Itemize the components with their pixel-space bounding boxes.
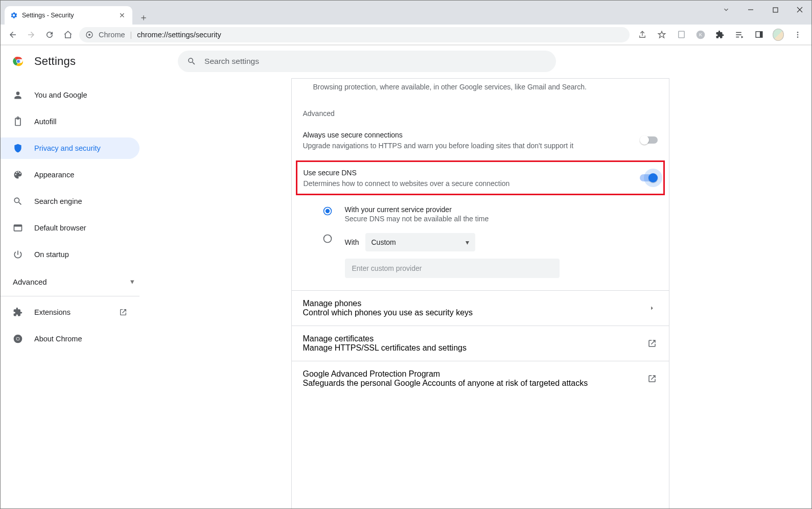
radio-subtitle: Secure DNS may not be available all the … — [345, 215, 489, 223]
forward-button[interactable] — [24, 28, 38, 42]
window-controls — [720, 1, 811, 19]
search-settings-input[interactable]: Search settings — [178, 51, 556, 72]
palette-icon — [13, 170, 23, 180]
sidebar-item-privacy-security[interactable]: Privacy and security — [1, 137, 140, 159]
tab-strip: Settings - Security ✕ ＋ — [1, 1, 811, 25]
row-advanced-protection[interactable]: Google Advanced Protection Program Safeg… — [292, 361, 669, 396]
sidebar-item-you-and-google[interactable]: You and Google — [1, 84, 140, 106]
sidebar-advanced-label: Advanced — [13, 277, 47, 286]
sidebar-item-appearance[interactable]: Appearance — [1, 164, 140, 186]
minimize-icon[interactable] — [744, 3, 757, 16]
dns-provider-dropdown[interactable]: Custom ▾ — [365, 233, 475, 251]
toggle-secure-dns[interactable] — [640, 174, 657, 181]
address-bar[interactable]: Chrome | chrome://settings/security — [79, 27, 630, 42]
sidebar-item-label: Appearance — [34, 171, 74, 179]
external-link-icon — [646, 373, 658, 384]
row-subtitle: Upgrade navigations to HTTPS and warn yo… — [303, 141, 632, 151]
settings-sidebar: You and Google Autofill Privacy and secu… — [1, 78, 149, 355]
input-placeholder: Enter custom provider — [352, 264, 422, 272]
sidebar-item-label: On startup — [34, 250, 69, 259]
reload-button[interactable] — [42, 28, 57, 42]
caret-down-icon: ▾ — [130, 277, 134, 286]
new-tab-button[interactable]: ＋ — [136, 10, 151, 25]
settings-header: Settings Search settings — [1, 45, 803, 77]
maximize-icon[interactable] — [769, 3, 782, 16]
back-button[interactable] — [6, 28, 20, 42]
page-title: Settings — [34, 55, 76, 68]
row-subtitle: Safeguards the personal Google Accounts … — [303, 379, 646, 388]
chevron-down-icon[interactable] — [720, 3, 733, 16]
radio-current-provider[interactable]: With your current service provider Secur… — [322, 200, 658, 228]
search-icon — [13, 196, 23, 206]
browser-tab[interactable]: Settings - Security ✕ — [5, 6, 132, 25]
kebab-menu-icon[interactable] — [792, 29, 803, 40]
sidebar-item-autofill[interactable]: Autofill — [1, 111, 140, 132]
sidebar-item-about-chrome[interactable]: About Chrome — [1, 328, 140, 350]
sidepanel-icon[interactable] — [753, 29, 764, 40]
sidebar-item-label: About Chrome — [34, 335, 82, 343]
sidebar-item-label: You and Google — [34, 91, 87, 99]
profile-avatar[interactable] — [773, 29, 784, 40]
dropdown-value: Custom — [372, 238, 396, 246]
sidebar-item-label: Autofill — [34, 118, 57, 126]
highlighted-secure-dns-row: Use secure DNS Determines how to connect… — [296, 160, 665, 195]
row-manage-phones[interactable]: Manage phones Control which phones you u… — [292, 290, 669, 326]
section-heading-advanced: Advanced — [292, 92, 669, 123]
row-title: Manage phones — [303, 299, 646, 308]
radio-with-custom[interactable]: With Custom ▾ — [322, 228, 658, 257]
person-icon — [13, 90, 23, 100]
svg-point-18 — [325, 209, 329, 213]
custom-provider-input[interactable]: Enter custom provider — [345, 259, 560, 278]
bookmark-star-icon[interactable] — [656, 29, 667, 40]
search-placeholder: Search settings — [204, 57, 259, 66]
puzzle-icon — [13, 307, 23, 317]
close-tab-icon[interactable]: ✕ — [118, 11, 126, 19]
reader-icon[interactable] — [676, 29, 687, 40]
svg-point-9 — [797, 34, 799, 35]
settings-card: Browsing protection, where available, in… — [291, 78, 669, 508]
svg-point-16 — [17, 338, 19, 340]
caret-down-icon: ▾ — [466, 238, 469, 246]
sidebar-advanced-section[interactable]: Advanced ▾ — [1, 270, 149, 293]
chevron-right-icon — [646, 303, 658, 314]
home-button[interactable] — [61, 28, 75, 42]
sidebar-item-label: Privacy and security — [34, 144, 101, 152]
svg-rect-3 — [678, 31, 684, 38]
toggle-always-secure[interactable] — [640, 136, 658, 144]
sidebar-item-extensions[interactable]: Extensions — [1, 302, 140, 323]
row-subtitle: Determines how to connect to websites ov… — [304, 178, 632, 189]
row-title: Use secure DNS — [304, 167, 632, 178]
row-subtitle: Control which phones you use as security… — [303, 308, 646, 317]
sidebar-item-label: Default browser — [34, 224, 86, 232]
sidebar-item-on-startup[interactable]: On startup — [1, 244, 140, 265]
sidebar-item-search-engine[interactable]: Search engine — [1, 191, 140, 212]
omnibox-app-label: Chrome — [99, 31, 125, 39]
truncated-preceding-text: Browsing protection, where available, in… — [292, 79, 669, 92]
profile-k-icon[interactable]: K — [695, 29, 706, 40]
close-window-icon[interactable] — [793, 3, 806, 16]
playlist-icon[interactable] — [734, 29, 745, 40]
sidebar-item-label: Extensions — [34, 308, 71, 316]
svg-point-2 — [88, 34, 90, 36]
extensions-puzzle-icon[interactable] — [714, 29, 726, 40]
radio-title: With your current service provider — [345, 205, 489, 214]
site-info-icon[interactable] — [85, 31, 94, 39]
external-link-icon — [119, 308, 127, 316]
browser-window-icon — [13, 223, 23, 233]
row-title: Google Advanced Protection Program — [303, 369, 646, 379]
row-manage-certificates[interactable]: Manage certificates Manage HTTPS/SSL cer… — [292, 326, 669, 361]
svg-point-8 — [797, 32, 799, 33]
svg-rect-7 — [759, 32, 762, 37]
gear-icon — [10, 11, 18, 19]
svg-point-10 — [797, 36, 799, 38]
radio-unselected-icon — [322, 234, 333, 244]
sidebar-item-default-browser[interactable]: Default browser — [1, 217, 140, 239]
omnibox-url: chrome://settings/security — [137, 31, 221, 39]
tab-title: Settings - Security — [22, 12, 74, 19]
row-title: Manage certificates — [303, 334, 646, 343]
chrome-logo-icon — [12, 55, 25, 68]
row-title: Always use secure connections — [303, 129, 632, 141]
row-always-secure-connections: Always use secure connections Upgrade na… — [292, 123, 669, 157]
share-icon[interactable] — [637, 29, 648, 40]
shield-icon — [13, 143, 23, 153]
